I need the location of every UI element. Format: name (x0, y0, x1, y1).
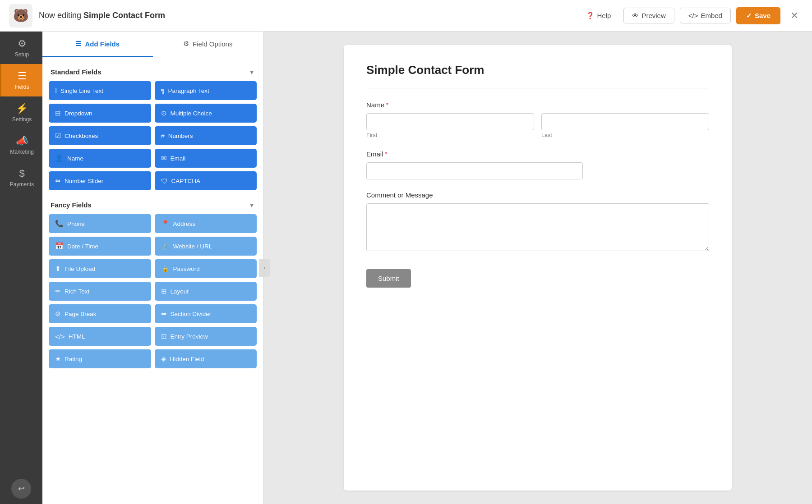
preview-button[interactable]: 👁 Preview (623, 8, 674, 23)
field-rating[interactable]: ★ Rating (49, 349, 151, 368)
field-email[interactable]: ✉ Email (155, 149, 257, 168)
website-url-icon: 🔗 (161, 242, 170, 250)
tab-add-fields[interactable]: ☰ Add Fields (42, 32, 153, 57)
field-entry-preview[interactable]: ⊡ Entry Preview (155, 327, 257, 346)
fancy-fields-grid: 📞 Phone 📍 Address 📅 Date / Time 🔗 Websit… (49, 214, 257, 368)
form-preview-area: Simple Contact Form Name * First Last (263, 32, 812, 504)
topbar-actions: ❓ Help 👁 Preview </> Embed ✓ Save ✕ (579, 7, 803, 24)
captcha-icon: 🛡 (161, 177, 168, 185)
field-hidden-field[interactable]: ◈ Hidden Field (155, 349, 257, 368)
fancy-fields-section-header[interactable]: Fancy Fields ▼ (49, 197, 257, 214)
embed-button[interactable]: </> Embed (680, 8, 731, 23)
field-password[interactable]: 🔒 Password (155, 259, 257, 278)
html-icon: </> (55, 333, 65, 340)
editing-title: Now editing Simple Contact Form (39, 11, 165, 20)
standard-fields-section-header[interactable]: Standard Fields ▼ (49, 64, 257, 81)
date-time-icon: 📅 (55, 242, 64, 250)
field-paragraph-text[interactable]: ¶ Paragraph Text (155, 81, 257, 100)
field-dropdown[interactable]: ⊟ Dropdown (49, 104, 151, 123)
first-name-input[interactable] (366, 113, 534, 130)
sidebar-bottom: ↩ (0, 479, 42, 504)
add-fields-tab-icon: ☰ (75, 40, 81, 48)
email-input[interactable] (366, 162, 583, 179)
undo-button[interactable]: ↩ (11, 479, 31, 499)
field-page-break[interactable]: ⊘ Page Break (49, 304, 151, 323)
single-line-text-icon: Ⅰ (55, 87, 57, 95)
name-required-star: * (386, 101, 388, 108)
field-section-divider[interactable]: ➡ Section Divider (155, 304, 257, 323)
field-options-tab-icon: ⚙ (183, 40, 189, 48)
topbar-left: 🐻 Now editing Simple Contact Form (9, 4, 165, 27)
tab-field-options[interactable]: ⚙ Field Options (153, 32, 263, 57)
field-name[interactable]: 👤 Name (49, 149, 151, 168)
email-label: Email * (366, 150, 709, 158)
field-number-slider[interactable]: ⇔ Number Slider (49, 171, 151, 190)
address-icon: 📍 (161, 220, 170, 228)
field-address[interactable]: 📍 Address (155, 214, 257, 233)
fields-panel-wrapper: ☰ Add Fields ⚙ Field Options Standard Fi… (42, 32, 263, 504)
fancy-fields-label: Fancy Fields (51, 201, 92, 209)
sidebar-item-label: Setup (15, 51, 29, 58)
close-button[interactable]: ✕ (786, 7, 803, 24)
last-name-wrap: Last (541, 113, 709, 138)
field-layout[interactable]: ⊞ Layout (155, 282, 257, 301)
number-slider-icon: ⇔ (55, 177, 61, 185)
sidebar-item-label: Payments (10, 181, 34, 188)
field-website-url[interactable]: 🔗 Website / URL (155, 237, 257, 256)
name-field-icon: 👤 (55, 154, 64, 162)
comment-textarea[interactable] (366, 203, 709, 251)
preview-icon: 👁 (632, 12, 639, 19)
help-button[interactable]: ❓ Help (579, 8, 618, 23)
standard-fields-label: Standard Fields (51, 68, 102, 76)
field-captcha[interactable]: 🛡 CAPTCHA (155, 171, 257, 190)
sidebar-item-settings[interactable]: ⚡ Settings (0, 96, 42, 129)
sidebar-item-marketing[interactable]: 📣 Marketing (0, 129, 42, 161)
sidebar-item-payments[interactable]: $ Payments (0, 161, 42, 194)
setup-icon: ⚙ (18, 38, 27, 50)
email-icon: ✉ (161, 154, 167, 162)
field-multiple-choice[interactable]: ⊙ Multiple Choice (155, 104, 257, 123)
section-divider-icon: ➡ (161, 310, 167, 318)
app-logo: 🐻 (9, 4, 32, 27)
field-checkboxes[interactable]: ☑ Checkboxes (49, 126, 151, 145)
panel-content: Standard Fields ▼ Ⅰ Single Line Text ¶ P… (42, 57, 263, 504)
hidden-field-icon: ◈ (161, 355, 166, 363)
field-single-line-text[interactable]: Ⅰ Single Line Text (49, 81, 151, 100)
marketing-icon: 📣 (16, 135, 28, 147)
sidebar-item-label: Marketing (10, 149, 34, 155)
field-html[interactable]: </> HTML (49, 327, 151, 346)
standard-fields-grid: Ⅰ Single Line Text ¶ Paragraph Text ⊟ Dr… (49, 81, 257, 190)
rich-text-icon: ✏ (55, 287, 61, 295)
field-phone[interactable]: 📞 Phone (49, 214, 151, 233)
standard-fields-chevron: ▼ (249, 69, 255, 76)
page-break-icon: ⊘ (55, 310, 61, 318)
name-label: Name * (366, 101, 709, 109)
rating-icon: ★ (55, 355, 61, 363)
form-field-comment: Comment or Message (366, 191, 709, 253)
topbar: 🐻 Now editing Simple Contact Form ❓ Help… (0, 0, 812, 32)
layout-icon: ⊞ (161, 287, 167, 295)
sidebar-item-fields[interactable]: ☰ Fields (0, 64, 42, 96)
submit-button[interactable]: Submit (366, 269, 411, 288)
comment-label: Comment or Message (366, 191, 709, 199)
first-name-wrap: First (366, 113, 534, 138)
dropdown-icon: ⊟ (55, 109, 61, 117)
sidebar-item-label: Settings (12, 116, 32, 123)
sidebar-item-setup[interactable]: ⚙ Setup (0, 32, 42, 64)
entry-preview-icon: ⊡ (161, 332, 167, 340)
fields-panel: ☰ Add Fields ⚙ Field Options Standard Fi… (42, 32, 263, 504)
field-date-time[interactable]: 📅 Date / Time (49, 237, 151, 256)
form-field-email: Email * (366, 150, 709, 179)
field-numbers[interactable]: # Numbers (155, 126, 257, 145)
panel-collapse-button[interactable]: ‹ (259, 259, 270, 277)
field-rich-text[interactable]: ✏ Rich Text (49, 282, 151, 301)
multiple-choice-icon: ⊙ (161, 109, 167, 117)
sidebar: ⚙ Setup ☰ Fields ⚡ Settings 📣 Marketing … (0, 32, 42, 504)
main-layout: ⚙ Setup ☰ Fields ⚡ Settings 📣 Marketing … (0, 32, 812, 504)
form-card: Simple Contact Form Name * First Last (344, 45, 732, 490)
fields-icon: ☰ (18, 70, 27, 82)
field-file-upload[interactable]: ⬆ File Upload (49, 259, 151, 278)
form-field-name: Name * First Last (366, 101, 709, 138)
last-name-input[interactable] (541, 113, 709, 130)
save-button[interactable]: ✓ Save (736, 7, 780, 24)
